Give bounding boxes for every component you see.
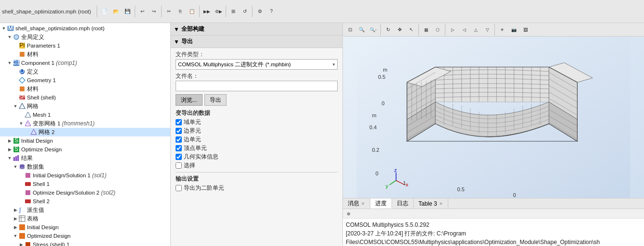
toggle-initial-res[interactable]: ▶ (13, 224, 18, 230)
preferences-icon[interactable]: ⚙ (254, 6, 265, 17)
tree-geom1[interactable]: ▶ Geometry 1 (0, 76, 170, 85)
view-front-icon[interactable]: ▽ (482, 25, 492, 35)
tree-tables[interactable]: ▶ 表格 (0, 214, 170, 223)
toggle-initial[interactable]: ▶ (7, 138, 13, 144)
new-icon[interactable]: 📄 (99, 6, 110, 17)
mesh-node-label: 网格 (27, 103, 38, 110)
zoom-extents-view-icon[interactable]: ⊡ (345, 25, 355, 35)
export-button[interactable]: 导出 (204, 94, 227, 106)
redo-icon[interactable]: ↪ (149, 6, 159, 17)
tree-def[interactable]: ▶ D 定义 (0, 67, 170, 76)
cb-geometry[interactable] (176, 154, 182, 160)
tree-optimize-design-res[interactable]: ▼ Optimized Design (0, 232, 170, 240)
view-top-icon[interactable]: △ (470, 25, 481, 35)
tree-results[interactable]: ▼ 结果 (0, 154, 170, 162)
toggle-tables[interactable]: ▶ (13, 216, 18, 221)
view-left-icon[interactable]: ◁ (459, 25, 469, 35)
rotate-icon[interactable]: ↻ (383, 25, 393, 35)
zoom-extents-icon[interactable]: ⊞ (228, 6, 239, 17)
export-image-icon[interactable]: 🖼 (520, 25, 530, 35)
scene-light-icon[interactable]: ☀ (497, 25, 507, 35)
tab-messages-close[interactable]: ✕ (361, 201, 365, 206)
browse-button[interactable]: 浏览... (176, 94, 202, 106)
toggle-root[interactable]: ▼ (1, 25, 7, 31)
ds2-icon (24, 181, 32, 187)
cb-second-order[interactable] (176, 185, 182, 191)
compute-icon[interactable]: ⚙▶ (213, 6, 224, 17)
tree-ds2[interactable]: ▶ Shell 1 (0, 180, 170, 188)
cb-selection[interactable] (176, 162, 182, 169)
tree-shell-phys[interactable]: ▶ SH Shell (shell) (0, 93, 170, 102)
cb-edge[interactable] (176, 136, 182, 143)
tab-table3-close[interactable]: ✕ (439, 201, 443, 206)
paste-icon[interactable]: 📋 (187, 6, 197, 17)
toggle-deform1[interactable]: ▼ (18, 121, 24, 126)
tree-params1[interactable]: ▶ Pi Parameters 1 (0, 41, 170, 50)
cb-boundary[interactable] (176, 128, 182, 134)
toggle-optimize-res[interactable]: ▼ (13, 233, 18, 239)
filename-input[interactable] (176, 81, 338, 91)
copy-icon[interactable]: ⎘ (175, 6, 186, 17)
toggle-derived[interactable]: ▶ (13, 207, 18, 213)
axis-0: 0 (382, 100, 385, 106)
tab-messages-label: 消息 (348, 199, 359, 208)
tree-ds1[interactable]: ▶ Initial Design/Solution 1 (sol1) (0, 171, 170, 180)
toggle-results[interactable]: ▼ (7, 155, 13, 161)
tree-ds3[interactable]: ▶ Optimize Design/Solution 2 (sol2) (0, 188, 170, 197)
cb-vertex[interactable] (176, 145, 182, 151)
tab-log[interactable]: 日志 (392, 198, 414, 209)
toggle-mesh[interactable]: ▼ (13, 103, 18, 109)
tree-derived[interactable]: ▶ ∫ 派生值 (0, 206, 170, 214)
view-right-icon[interactable]: ▷ (447, 25, 458, 35)
tree-ds4[interactable]: ▶ Shell 2 (0, 197, 170, 206)
select-mode-icon[interactable]: ↖ (406, 25, 417, 35)
tab-progress[interactable]: 进度 (370, 198, 392, 209)
cb-mesh[interactable] (176, 119, 182, 125)
reset-icon[interactable]: ↺ (240, 6, 250, 17)
tree-material2[interactable]: ▶ 材料 (0, 85, 170, 93)
svg-rect-27 (17, 155, 19, 161)
tree-datasets[interactable]: ▼ 数据集 (0, 162, 170, 171)
tree-initial-design-res[interactable]: ▶ Initial Design (0, 223, 170, 232)
toggle-datasets[interactable]: ▼ (13, 164, 18, 170)
build-all-header[interactable]: ▼ 全部构建 (171, 23, 342, 36)
tab-table3[interactable]: Table 3 ✕ (414, 198, 448, 209)
wireframe-icon[interactable]: ▦ (421, 25, 431, 35)
tree-initial-design[interactable]: ▶ S Initial Design (0, 136, 170, 145)
tree-material[interactable]: ▶ 材料 (0, 50, 170, 59)
tree-mesh2[interactable]: ▶ 网格 2 (0, 128, 170, 136)
zoom-in-icon[interactable]: 🔍 (356, 25, 367, 35)
tree-stress1[interactable]: ▶ Stress (shell) 1 (0, 240, 170, 246)
pan-icon[interactable]: ✥ (394, 25, 405, 35)
toggle-comp1[interactable]: ▼ (7, 60, 13, 66)
tree-deform1[interactable]: ▼ 变形网格 1 (frommesh1) (0, 119, 170, 128)
def-label: 定义 (27, 68, 38, 75)
undo-icon[interactable]: ↩ (137, 6, 148, 17)
tree-mesh1[interactable]: ▶ Mesh 1 (0, 111, 170, 119)
console-clear-icon[interactable]: ⊗ (345, 210, 353, 218)
cut-icon[interactable]: ✂ (164, 6, 174, 17)
perspective-icon[interactable]: ⬡ (432, 25, 443, 35)
tree-root[interactable]: ▼ M shell_shape_optimization.mph (root) (0, 24, 170, 33)
cb-mesh-row: 域单元 (176, 119, 338, 126)
open-icon[interactable]: 📂 (111, 6, 121, 17)
zoom-out-icon[interactable]: 🔍- (368, 25, 379, 35)
toggle-stress1[interactable]: ▶ (18, 242, 24, 246)
help-icon[interactable]: ? (266, 6, 277, 17)
toggle-global[interactable]: ▼ (7, 34, 13, 40)
file-type-select[interactable]: COMSOL Multiphysics 二进制文件 (*.mphbin) (176, 59, 338, 70)
tree-optimize-design[interactable]: ▶ S Optimize Design (0, 145, 170, 154)
snapshot-icon[interactable]: 📷 (508, 25, 519, 35)
toggle-optimize[interactable]: ▶ (7, 147, 13, 152)
export-section-header[interactable]: ▼ 导出 (171, 36, 342, 48)
view-3d[interactable]: m 0.5 0 m 0.4 0.2 0 1 0.5 0 (343, 37, 644, 198)
tab-messages[interactable]: 消息 ✕ (343, 198, 370, 209)
tree-global-def[interactable]: ▼ 全局定义 (0, 33, 170, 41)
build-icon[interactable]: ▶▶ (202, 6, 212, 17)
ds1-icon (24, 172, 32, 179)
save-icon[interactable]: 💾 (122, 6, 133, 17)
geom1-label: Geometry 1 (27, 77, 56, 83)
cb-edge-row: 边单元 (176, 136, 338, 143)
tree-mesh-node[interactable]: ▼ 网格 (0, 102, 170, 111)
tree-comp1[interactable]: ▼ C1 Component 1 (comp1) (0, 59, 170, 67)
